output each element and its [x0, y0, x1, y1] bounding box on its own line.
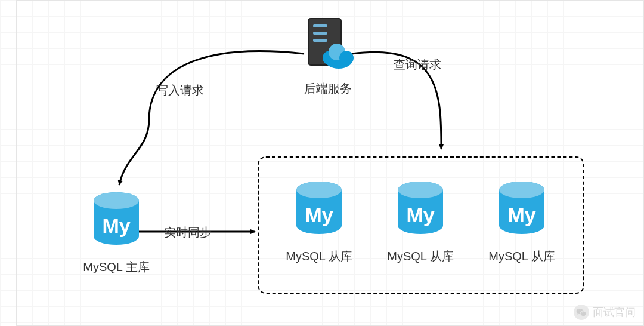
- svg-text:My: My: [507, 204, 535, 226]
- svg-point-16: [398, 182, 443, 198]
- svg-rect-3: [313, 32, 327, 35]
- edge-write-label: 写入请求: [156, 82, 204, 99]
- mysql-icon: My: [89, 190, 143, 256]
- mysql-icon: My: [292, 179, 346, 245]
- svg-point-8: [339, 51, 354, 65]
- mysql-icon: My: [495, 179, 549, 245]
- svg-text:My: My: [406, 204, 434, 226]
- svg-text:My: My: [102, 214, 130, 237]
- mysql-master-node: My MySQL 主库: [78, 190, 155, 275]
- mysql-master-label: MySQL 主库: [78, 259, 155, 275]
- edge-sync-label: 实时同步: [164, 224, 212, 241]
- edge-query-label: 查询请求: [394, 57, 441, 73]
- svg-rect-2: [313, 24, 327, 27]
- server-icon: [295, 15, 361, 75]
- mysql-slave1-node: My MySQL 从库: [274, 179, 364, 265]
- svg-rect-4: [313, 39, 327, 42]
- backend-node: 后端服务: [295, 15, 361, 97]
- mysql-icon: My: [394, 179, 447, 245]
- watermark-text: 面试官问: [593, 305, 636, 319]
- wechat-icon: [574, 305, 589, 320]
- svg-text:My: My: [305, 204, 333, 226]
- watermark: 面试官问: [574, 305, 636, 320]
- svg-point-13: [296, 182, 342, 198]
- mysql-slave3-label: MySQL 从库: [477, 248, 566, 265]
- svg-point-19: [499, 182, 544, 198]
- mysql-slave1-label: MySQL 从库: [274, 248, 364, 265]
- svg-point-10: [94, 192, 139, 209]
- mysql-slave3-node: My MySQL 从库: [477, 179, 566, 265]
- mysql-slave2-label: MySQL 从库: [376, 248, 465, 265]
- mysql-slave2-node: My MySQL 从库: [376, 179, 465, 265]
- backend-label: 后端服务: [295, 81, 361, 97]
